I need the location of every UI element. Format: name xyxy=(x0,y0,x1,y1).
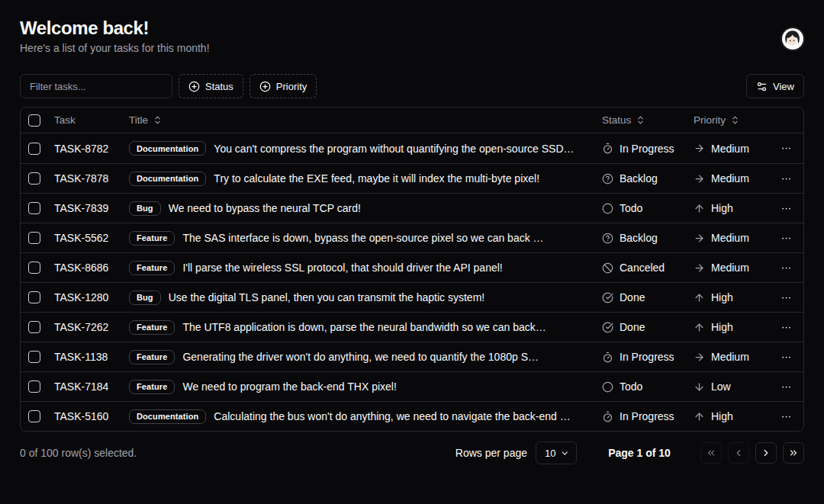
priority-text: Low xyxy=(711,380,731,393)
column-header-priority: Priority xyxy=(694,114,726,126)
view-button-label: View xyxy=(773,81,794,92)
priority-cell: Medium xyxy=(687,172,768,185)
status-text: In Progress xyxy=(620,410,674,422)
last-page-button[interactable] xyxy=(783,442,804,464)
task-title: Calculating the bus won't do anything, w… xyxy=(214,410,570,422)
status-cell: In Progress xyxy=(596,410,687,422)
row-actions-button[interactable] xyxy=(774,139,797,159)
status-text: Done xyxy=(620,291,645,303)
arrow-right-icon xyxy=(694,173,705,185)
row-actions-button[interactable] xyxy=(774,258,797,278)
next-page-button[interactable] xyxy=(755,442,777,464)
label-badge: Feature xyxy=(129,320,175,335)
priority-text: Medium xyxy=(711,262,749,274)
priority-cell: High xyxy=(687,410,768,422)
chevrons-up-down-icon xyxy=(730,115,740,125)
status-cell: Canceled xyxy=(596,262,687,274)
row-checkbox[interactable] xyxy=(28,262,40,274)
table-header-row: Task Title Status Priority xyxy=(21,108,803,133)
row-actions-button[interactable] xyxy=(774,317,797,337)
help-circle-icon xyxy=(602,233,613,244)
row-actions-button[interactable] xyxy=(774,377,797,396)
priority-filter-label: Priority xyxy=(276,81,307,92)
row-actions-button[interactable] xyxy=(774,347,797,367)
label-badge: Feature xyxy=(129,350,175,364)
view-options-button[interactable]: View xyxy=(746,74,804,98)
arrow-right-icon xyxy=(694,262,705,274)
arrow-up-icon xyxy=(694,203,705,214)
arrow-down-icon xyxy=(694,381,705,393)
task-title: Use the digital TLS panel, then you can … xyxy=(169,291,485,303)
column-header-task: Task xyxy=(54,114,76,126)
priority-text: Medium xyxy=(711,351,749,363)
first-page-button xyxy=(700,442,722,464)
row-actions-button[interactable] xyxy=(774,198,797,218)
arrow-right-icon xyxy=(694,233,705,244)
rows-per-page-select[interactable]: 10 xyxy=(536,441,577,464)
priority-text: High xyxy=(711,321,733,333)
task-id: TASK-8782 xyxy=(54,143,108,155)
status-text: Canceled xyxy=(620,262,665,274)
status-cell: In Progress xyxy=(596,351,687,363)
row-checkbox[interactable] xyxy=(28,351,40,363)
priority-text: Medium xyxy=(711,172,749,185)
table-row: TASK-7839 Bug We need to bypass the neur… xyxy=(21,193,803,223)
task-title: I'll parse the wireless SSL protocol, th… xyxy=(182,262,502,274)
sort-title-button[interactable]: Title xyxy=(129,114,163,126)
task-title: We need to program the back-end THX pixe… xyxy=(182,380,396,393)
priority-text: High xyxy=(711,291,733,303)
task-id: TASK-1280 xyxy=(54,291,108,303)
plus-circle-icon xyxy=(188,81,200,92)
chevrons-up-down-icon xyxy=(153,115,163,125)
status-text: In Progress xyxy=(620,351,674,363)
sort-priority-button[interactable]: Priority xyxy=(694,114,740,126)
rows-per-page-value: 10 xyxy=(545,448,555,459)
timer-icon xyxy=(602,143,613,154)
arrow-up-icon xyxy=(694,322,705,333)
row-checkbox[interactable] xyxy=(28,232,40,244)
task-title: Try to calculate the EXE feed, maybe it … xyxy=(214,172,539,185)
row-actions-button[interactable] xyxy=(774,406,797,426)
table-row: TASK-8782 Documentation You can't compre… xyxy=(21,133,803,163)
task-id: TASK-7839 xyxy=(54,202,108,214)
row-actions-button[interactable] xyxy=(774,287,797,307)
priority-cell: Medium xyxy=(687,262,768,274)
task-id: TASK-7184 xyxy=(54,380,108,393)
arrow-up-icon xyxy=(694,292,705,303)
task-title: The UTF8 application is down, parse the … xyxy=(182,321,546,333)
task-id: TASK-7878 xyxy=(54,172,108,185)
row-actions-button[interactable] xyxy=(774,169,797,188)
row-checkbox[interactable] xyxy=(28,380,40,393)
priority-cell: High xyxy=(687,291,768,303)
row-checkbox[interactable] xyxy=(28,410,40,422)
label-badge: Feature xyxy=(129,231,175,246)
row-checkbox[interactable] xyxy=(28,202,40,214)
arrow-right-icon xyxy=(694,143,705,154)
page-subtitle: Here's a list of your tasks for this mon… xyxy=(20,42,210,54)
circle-icon xyxy=(602,203,613,214)
toolbar: Status Priority View xyxy=(20,74,804,98)
column-header-status: Status xyxy=(602,114,631,126)
status-cell: Done xyxy=(596,291,687,303)
user-avatar[interactable] xyxy=(781,27,804,50)
check-circle-icon xyxy=(602,322,613,333)
priority-cell: High xyxy=(687,321,768,333)
task-id: TASK-5160 xyxy=(54,410,108,422)
row-checkbox[interactable] xyxy=(28,321,40,333)
page-indicator: Page 1 of 10 xyxy=(603,447,676,459)
sliders-icon xyxy=(756,81,768,92)
select-all-checkbox[interactable] xyxy=(28,114,40,127)
task-id: TASK-1138 xyxy=(54,351,108,363)
chevrons-right-icon xyxy=(788,448,800,459)
row-checkbox[interactable] xyxy=(28,143,40,155)
row-checkbox[interactable] xyxy=(28,291,40,303)
chevron-left-icon xyxy=(733,448,745,459)
row-checkbox[interactable] xyxy=(28,172,40,185)
row-actions-button[interactable] xyxy=(774,228,797,248)
previous-page-button xyxy=(728,442,749,464)
sort-status-button[interactable]: Status xyxy=(602,114,645,126)
status-filter-button[interactable]: Status xyxy=(179,74,243,98)
task-title: The SAS interface is down, bypass the op… xyxy=(182,232,543,244)
priority-filter-button[interactable]: Priority xyxy=(249,74,317,98)
filter-tasks-input[interactable] xyxy=(20,74,172,98)
